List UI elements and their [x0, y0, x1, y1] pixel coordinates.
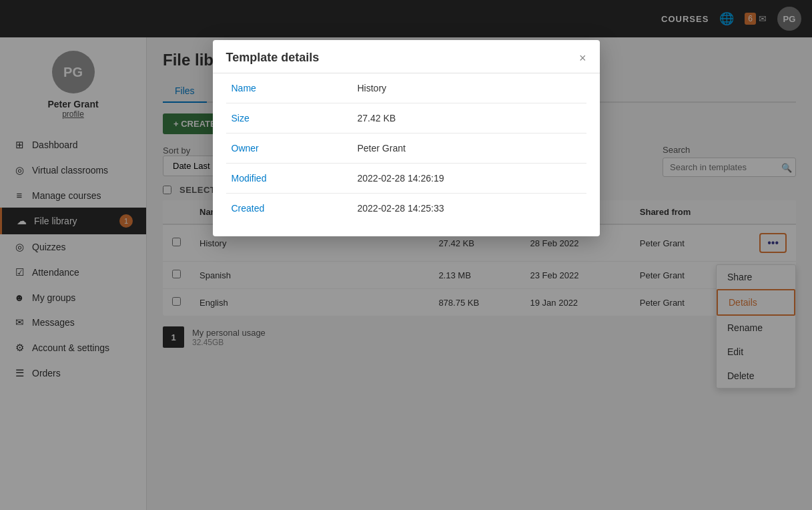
- modal-table: Name History Size 27.42 KB Owner Peter G…: [226, 73, 586, 223]
- modal-row-size: Size 27.42 KB: [226, 103, 586, 134]
- app-wrapper: COURSES 🌐 6 ✉ PG PG Peter Grant profile …: [0, 0, 812, 510]
- modal-header: Template details ×: [213, 40, 600, 73]
- modal-row-name: Name History: [226, 73, 586, 103]
- modal-row-owner: Owner Peter Grant: [226, 134, 586, 164]
- template-details-modal: Template details × Name History Size 27.…: [213, 40, 600, 236]
- modal-title: Template details: [226, 51, 320, 65]
- modal-row-created: Created 2022-02-28 14:25:33: [226, 194, 586, 224]
- modal-label-created: Created: [226, 194, 352, 224]
- modal-value-created: 2022-02-28 14:25:33: [352, 194, 586, 224]
- modal-value-name: History: [352, 73, 586, 103]
- modal-value-modified: 2022-02-28 14:26:19: [352, 164, 586, 194]
- modal-value-owner: Peter Grant: [352, 134, 586, 164]
- modal-label-name: Name: [226, 73, 352, 103]
- modal-close-button[interactable]: ×: [579, 52, 586, 64]
- modal-value-size: 27.42 KB: [352, 103, 586, 134]
- modal-overlay: Template details × Name History Size 27.…: [0, 0, 812, 510]
- modal-label-owner: Owner: [226, 134, 352, 164]
- modal-body: Name History Size 27.42 KB Owner Peter G…: [213, 73, 600, 236]
- modal-label-size: Size: [226, 103, 352, 134]
- modal-row-modified: Modified 2022-02-28 14:26:19: [226, 164, 586, 194]
- modal-label-modified: Modified: [226, 164, 352, 194]
